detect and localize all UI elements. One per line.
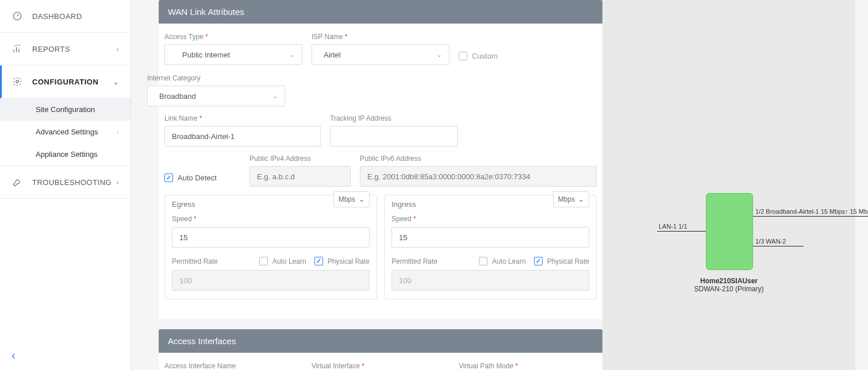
- custom-checkbox[interactable]: Custom: [459, 52, 498, 60]
- ai-vif-label: Virtual Interface: [312, 362, 450, 370]
- link-name-label: Link Name: [164, 114, 321, 122]
- nav-label: REPORTS: [32, 45, 70, 53]
- nav-dashboard[interactable]: DASHBOARD: [0, 0, 130, 33]
- chevron-right-icon: ›: [116, 45, 119, 53]
- ai-name-label: Access Interface Name: [164, 362, 302, 370]
- svg-point-1: [16, 80, 19, 83]
- checkbox-icon: [259, 257, 268, 265]
- tracking-ip-label: Tracking IP Address: [330, 114, 458, 122]
- wan1-label: 1/2 Broadband-Airtel-1 15 Mbps↑ 15 Mbps↓: [755, 208, 868, 215]
- ingress-permitted-input: [391, 270, 589, 291]
- ingress-permitted-label: Permitted Rate: [391, 257, 437, 265]
- wan2-label: 1/3 WAN-2: [755, 238, 786, 245]
- section-wan-header: WAN Link Attributes: [159, 0, 602, 24]
- device-label: Home210SIAUserSDWAN-210 (Primary): [602, 277, 855, 293]
- checkbox-icon: [314, 257, 323, 265]
- nav-reports[interactable]: REPORTS ›: [0, 33, 130, 65]
- egress-speed-label: Speed: [172, 215, 197, 223]
- ingress-speed-label: Speed: [391, 215, 416, 223]
- sub-appliance[interactable]: Appliance Settings: [0, 143, 130, 165]
- device-node: [706, 193, 753, 270]
- category-label: Internet Category: [147, 74, 285, 82]
- egress-autolearn-checkbox[interactable]: Auto Learn: [259, 257, 306, 265]
- chevron-down-icon: ⌄: [437, 51, 442, 59]
- access-type-select[interactable]: Public Internet⌄: [164, 44, 302, 65]
- sub-advanced[interactable]: Advanced Settings›: [0, 121, 130, 143]
- ingress-unit-select[interactable]: Mbps⌄: [553, 191, 589, 207]
- ipv4-label: Public IPv4 Address: [249, 155, 351, 163]
- chevron-down-icon: ⌄: [359, 195, 364, 203]
- form-area: WAN Link Attributes Access Type Public I…: [131, 0, 602, 370]
- ai-mode-label: Virtual Path Mode: [459, 362, 597, 370]
- nav-label: CONFIGURATION: [32, 78, 98, 86]
- wrench-icon: [11, 176, 23, 188]
- checkbox-icon: [479, 257, 487, 265]
- wan2-link: [753, 246, 804, 246]
- ipv6-label: Public IPv6 Address: [360, 155, 597, 163]
- sidebar: DASHBOARD REPORTS › CONFIGURATION ⌄ Site…: [0, 0, 131, 370]
- chevron-down-icon: ⌄: [290, 51, 295, 59]
- egress-permitted-input: [172, 270, 370, 291]
- ingress-autolearn-checkbox[interactable]: Auto Learn: [479, 257, 526, 265]
- chevron-right-icon: ›: [116, 178, 119, 187]
- ingress-physical-checkbox[interactable]: Physical Rate: [534, 257, 589, 265]
- chevron-down-icon: ⌄: [113, 78, 120, 86]
- ipv4-input: [249, 166, 351, 187]
- ingress-speed-input[interactable]: [391, 227, 589, 248]
- section-ai-header: Access Interfaces: [159, 329, 602, 353]
- access-type-label: Access Type: [164, 33, 302, 41]
- ipv6-input: [360, 166, 597, 187]
- auto-detect-checkbox[interactable]: Auto Detect: [164, 174, 240, 182]
- lan-label: LAN-1 1/1: [659, 223, 688, 230]
- topology-diagram: LAN-1 1/1 1/2 Broadband-Airtel-1 15 Mbps…: [602, 0, 855, 370]
- chevron-down-icon: ⌄: [578, 195, 584, 203]
- chart-icon: [11, 43, 23, 55]
- wan1-link: [753, 216, 868, 217]
- config-submenu: Site Configuration Advanced Settings› Ap…: [0, 98, 130, 165]
- tracking-ip-input[interactable]: [330, 126, 458, 147]
- checkbox-icon: [164, 174, 173, 182]
- section-wan-body: Access Type Public Internet⌄ ISP Name Ai…: [159, 24, 602, 319]
- checkbox-icon: [534, 257, 543, 265]
- section-ai-body: Access Interface Name Virtual Interface …: [159, 353, 602, 370]
- nav-label: DASHBOARD: [32, 12, 82, 21]
- nav-label: TROUBLESHOOTING: [32, 178, 112, 187]
- checkbox-icon: [459, 52, 467, 60]
- egress-permitted-label: Permitted Rate: [172, 257, 218, 265]
- isp-label: ISP Name: [312, 33, 450, 41]
- link-name-input[interactable]: [164, 126, 321, 147]
- lan-link: [657, 231, 706, 232]
- egress-unit-select[interactable]: Mbps⌄: [333, 191, 370, 207]
- sub-site-config[interactable]: Site Configuration: [0, 98, 130, 121]
- egress-physical-checkbox[interactable]: Physical Rate: [314, 257, 370, 265]
- isp-select[interactable]: Airtel⌄: [312, 44, 450, 65]
- category-select[interactable]: Broadband⌄: [147, 86, 285, 106]
- nav-configuration[interactable]: CONFIGURATION ⌄: [0, 65, 130, 98]
- main: WAN Link Attributes Access Type Public I…: [131, 0, 868, 370]
- gauge-icon: [11, 10, 23, 22]
- sidebar-collapse[interactable]: ‹: [0, 341, 130, 370]
- nav-troubleshooting[interactable]: TROUBLESHOOTING ›: [0, 165, 130, 199]
- chevron-down-icon: ⌄: [272, 92, 278, 100]
- chevron-right-icon: ›: [117, 128, 119, 136]
- ingress-fieldset: Ingress Speed Mbps⌄ Permitted Rate Auto …: [384, 195, 597, 299]
- gear-icon: [11, 76, 23, 87]
- egress-speed-input[interactable]: [172, 227, 370, 248]
- egress-fieldset: Egress Speed Mbps⌄ Permitted Rate Auto L…: [164, 195, 377, 299]
